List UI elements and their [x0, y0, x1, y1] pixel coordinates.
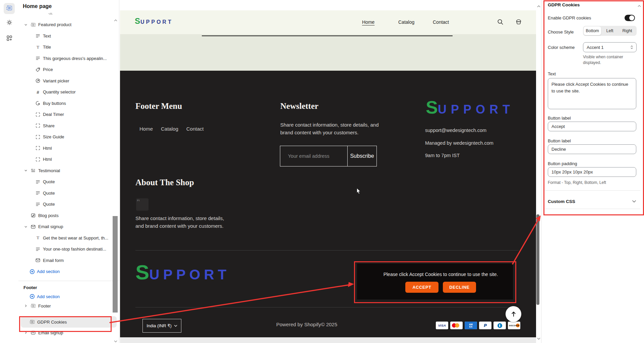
sidebar-item-share[interactable]: Share: [18, 120, 118, 132]
chevron-down-icon[interactable]: [23, 22, 29, 27]
sidebar-item-label: Email form: [43, 258, 64, 263]
sidebar-item-quote[interactable]: Quote: [18, 199, 118, 210]
color-scheme-value: Accent 1: [587, 45, 630, 50]
decline-cookies-button[interactable]: DECLINE: [443, 282, 476, 293]
sidebar-item-html[interactable]: Html: [18, 143, 118, 154]
sidebar-item-label: Deal Timer: [43, 112, 64, 117]
enable-gdpr-toggle[interactable]: [625, 15, 635, 21]
scroll-to-top-button[interactable]: [506, 306, 521, 322]
cookie-banner: Please click Accept Cookies to continue …: [357, 264, 513, 299]
style-option-left[interactable]: Left: [601, 26, 619, 35]
sidebar-item-variant-picker[interactable]: Variant picker: [18, 75, 118, 87]
newsletter-heading: Newsletter: [280, 101, 318, 111]
footer-link-catalog[interactable]: Catalog: [161, 126, 178, 132]
sidebar-item-featured-product[interactable]: Featured product: [18, 19, 118, 30]
sidebar-item-get-the-best-wear-at-support-th[interactable]: TGet the best wear at Support, th...: [18, 232, 118, 244]
footer-divider: [135, 307, 519, 307]
padding-helper: Format - Top, Right, Bottom, Left: [548, 180, 606, 186]
sidebar-item-price[interactable]: Price: [18, 64, 118, 75]
svg-text:#: #: [37, 89, 39, 94]
chevron-down-icon[interactable]: [23, 224, 29, 229]
sidebar: Home page Featured productTextTTitleThis…: [18, 0, 119, 343]
style-option-bottom[interactable]: Bottom: [584, 26, 601, 35]
footer-brand-logo: S UPPORT: [426, 97, 514, 118]
sidebar-item-quote[interactable]: Quote: [18, 188, 118, 199]
sidebar-item-text[interactable]: Text: [18, 30, 118, 42]
store-footer: Footer Menu HomeCatalogContact Newslette…: [120, 71, 536, 337]
subscribe-button[interactable]: Subscribe: [347, 146, 376, 166]
chevron-right-icon[interactable]: [23, 330, 29, 335]
about-heading: About The Shop: [135, 178, 194, 187]
nav-link-catalog[interactable]: Catalog: [398, 19, 414, 25]
store-logo-initial: S: [135, 16, 140, 26]
activity-bar: [0, 0, 19, 343]
footer-link-home[interactable]: Home: [139, 126, 153, 132]
chevron-down-icon: [632, 200, 636, 203]
sidebar-item-quote[interactable]: Quote: [18, 176, 118, 188]
payment-icons: VISAAMEXPPDISCOVER: [436, 322, 520, 329]
theme-settings-icon-button[interactable]: [4, 17, 15, 28]
store-body-band: [120, 34, 536, 71]
sidebar-item-size-guide[interactable]: Size Guide: [18, 131, 118, 143]
custom-css-accordion[interactable]: Custom CSS: [548, 195, 636, 207]
section-icon: [31, 303, 36, 308]
chevron-right-icon[interactable]: [23, 303, 29, 308]
variant-picker-icon: [35, 78, 41, 83]
panel-scroll-up-icon[interactable]: [637, 3, 641, 9]
country-selector-label: India (INR ₹): [147, 323, 172, 328]
sidebar-scroll-down-icon[interactable]: [114, 338, 118, 343]
sidebar-scrollbar-thumb[interactable]: [113, 216, 118, 313]
buy-button-icon: [35, 100, 41, 106]
text-field[interactable]: Please click Accept Cookies to continue …: [548, 78, 636, 109]
sidebar-item-label: Blog posts: [38, 213, 59, 218]
chevron-down-icon[interactable]: [23, 168, 29, 173]
decline-label-field[interactable]: [548, 144, 636, 154]
sidebar-item-footer[interactable]: Footer: [18, 301, 119, 311]
preview-scroll-up-icon[interactable]: [537, 3, 541, 9]
sidebar-item-deal-timer[interactable]: Deal Timer: [18, 109, 118, 120]
sidebar-item-email-form[interactable]: Email form: [18, 255, 118, 266]
add-section-button[interactable]: Add section: [18, 292, 119, 301]
paypal-payment-icon: PP: [479, 322, 491, 329]
search-icon[interactable]: [497, 18, 504, 27]
sidebar-item-html[interactable]: Html: [18, 154, 118, 165]
contact-email[interactable]: support@wedesigntech.com: [425, 128, 486, 133]
image-placeholder[interactable]: FI: [136, 198, 149, 211]
sidebar-item-buy-buttons[interactable]: Buy buttons: [18, 98, 118, 109]
footer-link-contact[interactable]: Contact: [186, 126, 204, 132]
button-padding-field[interactable]: [548, 167, 636, 177]
add-section-button[interactable]: Add section: [18, 266, 118, 277]
nav-link-contact[interactable]: Contact: [433, 19, 449, 25]
sidebar-item-testimonial[interactable]: Testimonial: [18, 165, 118, 177]
nav-link-home[interactable]: Home: [362, 19, 374, 25]
title-icon: T: [35, 45, 41, 50]
country-selector[interactable]: India (INR ₹): [142, 319, 181, 333]
accept-cookies-button[interactable]: ACCEPT: [405, 282, 438, 293]
account-icon[interactable]: [515, 18, 522, 27]
email-input[interactable]: Your email address: [280, 146, 347, 166]
apps-icon-button[interactable]: [4, 33, 15, 44]
preview-scrollbar-thumb[interactable]: [536, 214, 539, 305]
sidebar-item-email-signup[interactable]: Email signup: [18, 328, 119, 338]
email-icon: [35, 258, 41, 263]
sidebar-item-email-signup[interactable]: Email signup: [18, 221, 118, 232]
sidebar-item-quantity-selector[interactable]: #Quantity selector: [18, 86, 118, 98]
color-scheme-select[interactable]: Accent 1: [583, 42, 637, 52]
price-tag-icon: [35, 67, 41, 72]
sidebar-item-this-gorgeous-dress-s-appealin[interactable]: This gorgeous dress's appealin...: [18, 53, 118, 64]
sidebar-item-gdpr-cookies[interactable]: GDPR Cookies: [21, 316, 117, 328]
sidebar-item-blog-posts[interactable]: Blog posts: [18, 210, 118, 221]
gear-icon: [6, 19, 13, 27]
style-option-right[interactable]: Right: [619, 26, 636, 35]
sidebar-item-label: Buy buttons: [43, 101, 66, 106]
sidebar-item-label: Testimonial: [38, 168, 60, 173]
sidebar-item-your-one-stop-fashion-destinati[interactable]: Your one-stop fashion destinati...: [18, 244, 118, 255]
text-icon: [35, 247, 41, 252]
sidebar-item-title[interactable]: TTitle: [18, 42, 118, 53]
app-block-icon: [35, 123, 41, 128]
preview-scroll-down-icon[interactable]: [537, 336, 541, 342]
sections-tab-icon[interactable]: [4, 3, 15, 14]
app-block-icon: [35, 134, 41, 140]
accept-label-field[interactable]: [548, 122, 636, 131]
store-logo[interactable]: S UPPORT: [135, 16, 173, 26]
